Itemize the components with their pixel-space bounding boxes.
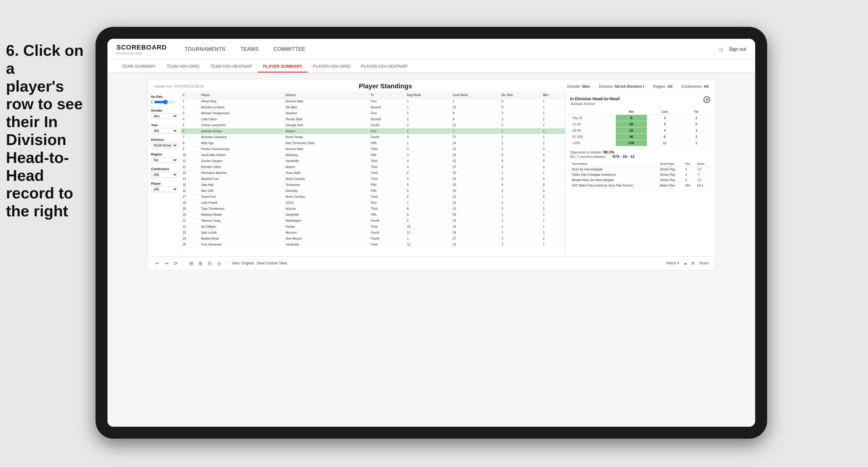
h2h-record: Opponents in division: 98.1% W-L-T recor… — [570, 150, 710, 159]
sub-nav: TEAM SUMMARY TEAM H2H GRID TEAM H2H HEAT… — [107, 60, 755, 73]
toolbar-undo[interactable]: ↩ — [154, 259, 160, 268]
h2h-row: Top 10 8 3 2 — [570, 115, 710, 121]
toolbar-redo[interactable]: ↪ — [163, 259, 169, 268]
cell-school: Arizona — [284, 206, 369, 212]
table-row[interactable]: 23 Jack Lundin Missouri Fourth 11 24 1 1 — [181, 230, 565, 236]
sign-out-link[interactable]: Sign out — [728, 46, 746, 52]
toolbar-target[interactable]: ◎ — [216, 259, 222, 268]
table-row[interactable]: 2 Michael La Sasso Ole Miss Second 1 19 … — [181, 104, 565, 111]
col-no-rds: No. Rds. — [500, 92, 541, 98]
subnav-player-h2h-grid[interactable]: PLAYER H2H GRID — [307, 61, 355, 72]
table-row[interactable]: 25 Cole Sherwood Vanderbilt Third 12 23 … — [181, 242, 565, 248]
col-reg-rank: Reg Rank — [405, 92, 451, 98]
subnav-team-h2h-grid[interactable]: TEAM H2H GRID — [161, 61, 205, 72]
toolbar-remove[interactable]: ⊟ — [207, 259, 213, 268]
dash-header: Update time: 27/05/2024 16:56:26 Player … — [148, 80, 715, 92]
table-row[interactable]: 12 Brendan Valles Auburn Third 4 27 0 0 — [181, 164, 565, 170]
cell-reg-rank: 1 — [405, 98, 451, 104]
toolbar-view-original[interactable]: View: Original — [231, 261, 254, 265]
subnav-player-summary[interactable]: PLAYER SUMMARY — [257, 61, 307, 72]
nav-committee[interactable]: COMMITTEE — [273, 45, 305, 54]
table-row[interactable]: 18 Luke Powell UCLA First 7 24 1 1 — [181, 200, 565, 206]
dashboard-container: Update time: 27/05/2024 16:56:26 Player … — [148, 79, 715, 270]
toolbar-save-custom[interactable]: Save Custom View — [257, 261, 287, 265]
table-row[interactable]: 5 Christo Lamprecht Georgia Tech Fourth … — [181, 122, 565, 128]
table-row[interactable]: 7 Nicholas Gabrielick North Florida Four… — [181, 134, 565, 140]
tourney-score: -17 — [695, 167, 710, 172]
gender-select[interactable]: Men — [151, 114, 178, 119]
cell-reg-rank: 4 — [405, 164, 451, 170]
cell-school: Stanford — [284, 111, 369, 116]
cell-school: New Mexico — [284, 236, 369, 242]
cell-win: 2 — [541, 206, 565, 212]
table-row[interactable]: 14 Maxwell Ford North Carolina Third 5 2… — [181, 176, 565, 182]
table-row[interactable]: 16 Alex Goff Kentucky Fifth 8 19 0 0 — [181, 188, 565, 194]
table-row[interactable]: 8 Mats Ege East Tennessee State Fifth 1 … — [181, 140, 565, 146]
cell-reg-rank: 6 — [405, 218, 451, 224]
table-row[interactable]: 10 Jacob Mac Diesen Arkansas Fifth 3 25 … — [181, 152, 565, 158]
table-row[interactable]: 6 Jackson Koivun Auburn First 2 7 1 1 — [181, 128, 565, 134]
subnav-team-h2h-heatmap[interactable]: TEAM H2H HEATMAP — [205, 61, 257, 72]
table-row[interactable]: 15 Jake Hall Tennessee Fifth 5 20 0 0 — [181, 182, 565, 188]
cell-yr: Second — [369, 116, 405, 122]
cell-rownum: 24 — [181, 236, 199, 242]
cell-rownum: 13 — [181, 170, 199, 176]
tablet-screen: SCOREBOARD Powered by clippi TOURNAMENTS… — [107, 39, 755, 427]
subnav-player-h2h-heatmap[interactable]: PLAYER H2H HEATMAP — [355, 61, 413, 72]
nav-icon-left[interactable]: ◁ — [718, 46, 723, 53]
table-row[interactable]: 19 Tiger Christensen Arizona Third 8 23 … — [181, 206, 565, 212]
conference-select[interactable]: (All) — [151, 172, 178, 178]
cell-player: Alex Goff — [199, 188, 284, 194]
table-row[interactable]: 4 Luke Claton Florida State Second 2 8 2… — [181, 116, 565, 122]
table-row[interactable]: 24 Bastien Amat New Mexico Fourth 1 27 2… — [181, 236, 565, 242]
toolbar-watch[interactable]: Watch ▾ — [666, 261, 679, 265]
cell-reg-rank: 6 — [405, 194, 451, 200]
toolbar-share[interactable]: Share — [699, 261, 709, 265]
table-row[interactable]: 11 Gordon Sargent Vanderbilt Third 4 21 … — [181, 158, 565, 164]
table-row[interactable]: 1 Wenyi Ding Arizona State First 1 1 8 1 — [181, 98, 565, 104]
cell-win: 1 — [541, 128, 565, 134]
col-rownum: # — [181, 92, 199, 98]
cell-yr: Fifth — [369, 182, 405, 188]
table-row[interactable]: 13 Phichaksn Maichon Texas A&M Third 6 3… — [181, 170, 565, 176]
cell-reg-rank: 2 — [405, 111, 451, 116]
toolbar-edit[interactable]: ⊞ — [197, 259, 204, 268]
tourney-type: Stroke Play — [658, 172, 684, 178]
table-row[interactable]: 20 Matthew Riedel Vanderbilt Fifth 8 28 … — [181, 212, 565, 218]
h2h-close-button[interactable]: ✕ — [704, 96, 710, 103]
cell-yr: Third — [369, 164, 405, 170]
nav-tournaments[interactable]: TOURNAMENTS — [185, 45, 225, 54]
division-select[interactable]: NCAA Division I — [151, 143, 178, 148]
cell-yr: Fourth — [369, 230, 405, 236]
cell-player: Phichaksn Maichon — [199, 170, 284, 176]
cell-school: Missouri — [284, 230, 369, 236]
cell-no-rds: 0 — [500, 182, 541, 188]
tourney-score: -7 — [695, 172, 710, 178]
region-select[interactable]: N/a — [151, 157, 178, 163]
cell-rownum: 3 — [181, 111, 199, 116]
cell-player: Brendan Valles — [199, 164, 284, 170]
cell-no-rds: 1 — [500, 170, 541, 176]
toolbar-add[interactable]: ⊞ — [188, 259, 194, 268]
rounds-slider[interactable] — [154, 100, 175, 104]
cell-win: 2 — [541, 122, 565, 128]
table-row[interactable]: 3 Michael Thorbjornsen Stanford First 2 … — [181, 111, 565, 116]
cell-reg-rank: 1 — [405, 236, 451, 242]
table-row[interactable]: 17 David Ford North Carolina Third 6 21 … — [181, 194, 565, 200]
toolbar-icon-2[interactable]: ⊞ — [691, 261, 694, 265]
table-row[interactable]: 21 Taehoon Song Washington Fourth 6 23 1… — [181, 218, 565, 224]
player-select[interactable]: (All) — [151, 187, 178, 192]
toolbar-icon-1[interactable]: ☁ — [684, 261, 687, 265]
table-row[interactable]: 22 Ian Gilligan Florida Third 10 24 1 1 — [181, 224, 565, 230]
table-row[interactable]: 9 Preston Summerhays Arizona State Third… — [181, 146, 565, 152]
cell-player: Jacob Mac Diesen — [199, 152, 284, 158]
h2h-wins: 46 — [616, 134, 647, 140]
cell-player: Preston Summerhays — [199, 146, 284, 152]
h2h-range: Top 10 — [570, 115, 616, 121]
subnav-team-summary[interactable]: TEAM SUMMARY — [116, 61, 161, 72]
year-select[interactable]: (All) — [151, 128, 178, 134]
cell-win: 0 — [541, 152, 565, 158]
toolbar-refresh[interactable]: ⟳ — [173, 259, 179, 268]
nav-teams[interactable]: TEAMS — [240, 45, 258, 54]
tourney-pos: 2 — [684, 178, 695, 183]
